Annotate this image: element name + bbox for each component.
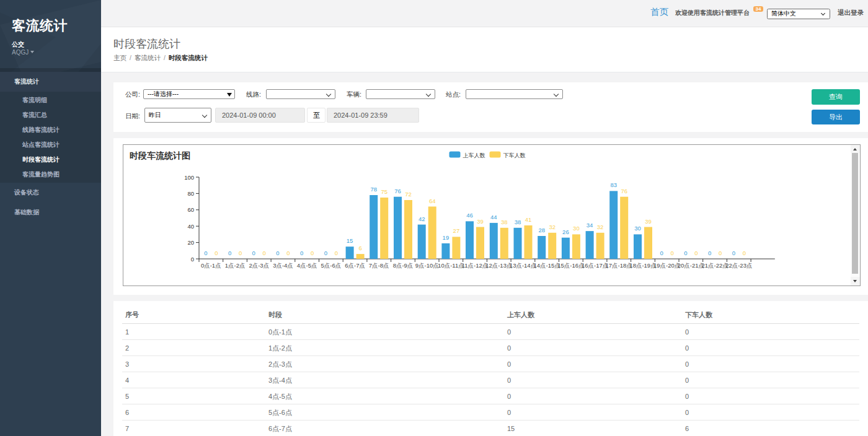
svg-text:5点-6点: 5点-6点: [321, 261, 341, 268]
svg-text:100: 100: [184, 173, 194, 180]
svg-text:0: 0: [299, 250, 303, 256]
svg-text:11点-12点: 11点-12点: [461, 261, 488, 268]
svg-text:0点-1点: 0点-1点: [200, 261, 221, 268]
svg-text:0: 0: [660, 250, 663, 256]
svg-text:20: 20: [187, 239, 194, 246]
svg-text:0: 0: [238, 250, 241, 256]
svg-text:17点-18点: 17点-18点: [605, 261, 632, 268]
svg-text:0: 0: [718, 250, 721, 256]
svg-text:75: 75: [381, 188, 388, 195]
svg-text:28: 28: [538, 227, 545, 233]
svg-text:10点-11点: 10点-11点: [438, 261, 464, 268]
svg-text:3点-4点: 3点-4点: [273, 261, 293, 268]
svg-text:0: 0: [310, 250, 313, 256]
svg-text:0: 0: [742, 250, 745, 256]
svg-text:7点-8点: 7点-8点: [368, 261, 389, 268]
svg-text:38: 38: [500, 218, 507, 225]
svg-text:0: 0: [252, 250, 255, 256]
svg-text:72: 72: [405, 191, 412, 198]
svg-text:32: 32: [596, 223, 603, 230]
svg-text:6点-7点: 6点-7点: [345, 261, 365, 268]
svg-text:6: 6: [358, 245, 361, 251]
svg-text:2点-3点: 2点-3点: [249, 261, 269, 268]
svg-text:0: 0: [694, 250, 698, 256]
svg-text:46: 46: [466, 212, 473, 219]
svg-text:76: 76: [394, 187, 401, 194]
svg-text:34: 34: [586, 222, 593, 229]
svg-text:60: 60: [187, 206, 194, 213]
svg-text:32: 32: [549, 223, 556, 230]
svg-text:78: 78: [370, 186, 377, 193]
svg-text:0: 0: [204, 250, 207, 256]
svg-text:44: 44: [490, 213, 497, 220]
svg-text:0: 0: [324, 250, 327, 256]
svg-text:76: 76: [621, 187, 627, 194]
svg-text:0: 0: [262, 250, 265, 256]
svg-text:12点-13点: 12点-13点: [485, 261, 512, 268]
svg-text:4点-5点: 4点-5点: [296, 261, 317, 268]
svg-text:0: 0: [670, 250, 673, 256]
svg-text:18点-19点: 18点-19点: [629, 261, 656, 268]
svg-text:26: 26: [562, 228, 569, 235]
svg-text:8点-9点: 8点-9点: [392, 261, 413, 268]
svg-text:0: 0: [684, 250, 687, 256]
svg-text:38: 38: [514, 218, 521, 225]
svg-text:0: 0: [228, 250, 231, 256]
svg-text:30: 30: [634, 225, 641, 232]
svg-text:22点-23点: 22点-23点: [725, 261, 752, 268]
svg-text:27: 27: [453, 227, 459, 234]
svg-text:0: 0: [334, 250, 337, 256]
svg-text:16点-17点: 16点-17点: [581, 261, 608, 268]
svg-text:0: 0: [732, 250, 735, 256]
svg-text:80: 80: [187, 190, 194, 196]
svg-text:15点-16点: 15点-16点: [557, 261, 584, 268]
svg-text:64: 64: [428, 197, 435, 204]
svg-text:13点-14点: 13点-14点: [509, 261, 536, 268]
svg-text:0: 0: [190, 255, 193, 262]
svg-text:39: 39: [477, 217, 484, 224]
svg-text:20点-21点: 20点-21点: [677, 261, 704, 268]
svg-text:0: 0: [215, 250, 218, 256]
svg-text:42: 42: [418, 215, 425, 222]
svg-text:30: 30: [573, 225, 580, 232]
svg-text:15: 15: [346, 237, 353, 244]
svg-text:39: 39: [645, 217, 652, 224]
svg-text:14点-15点: 14点-15点: [533, 261, 560, 268]
svg-text:19: 19: [442, 233, 449, 240]
svg-text:21点-22点: 21点-22点: [701, 261, 728, 268]
svg-text:9点-10点: 9点-10点: [415, 261, 438, 268]
svg-text:上车人数: 上车人数: [463, 152, 485, 158]
svg-text:0: 0: [276, 250, 279, 256]
svg-text:40: 40: [187, 222, 194, 229]
svg-text:41: 41: [525, 216, 531, 222]
svg-text:0: 0: [707, 250, 711, 256]
svg-text:时段车流统计图: 时段车流统计图: [130, 150, 190, 160]
svg-text:83: 83: [610, 181, 617, 188]
svg-text:下车人数: 下车人数: [503, 152, 525, 158]
svg-text:1点-2点: 1点-2点: [224, 261, 245, 268]
svg-text:19点-20点: 19点-20点: [653, 261, 680, 268]
svg-text:0: 0: [286, 250, 290, 256]
